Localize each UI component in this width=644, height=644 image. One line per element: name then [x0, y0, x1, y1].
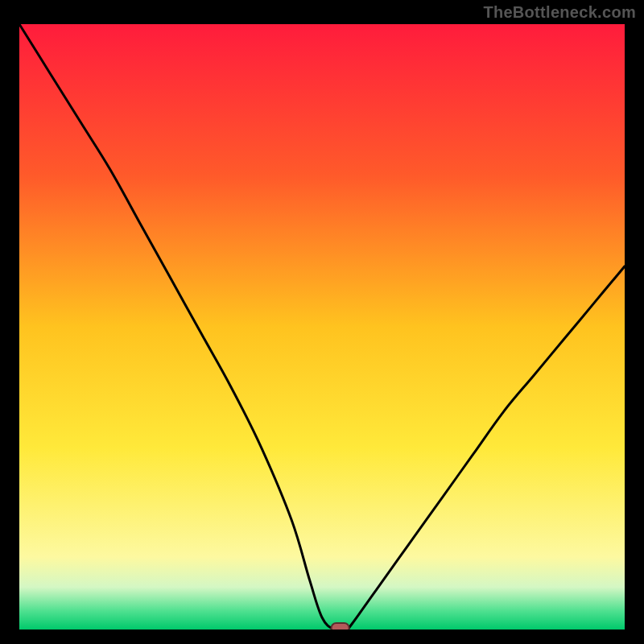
gradient-background: [19, 24, 625, 630]
plot-area: [19, 24, 625, 630]
plot-svg: [19, 24, 625, 630]
watermark-text: TheBottleneck.com: [483, 3, 636, 22]
optimal-marker: [332, 623, 349, 630]
chart-frame: TheBottleneck.com: [0, 0, 644, 644]
